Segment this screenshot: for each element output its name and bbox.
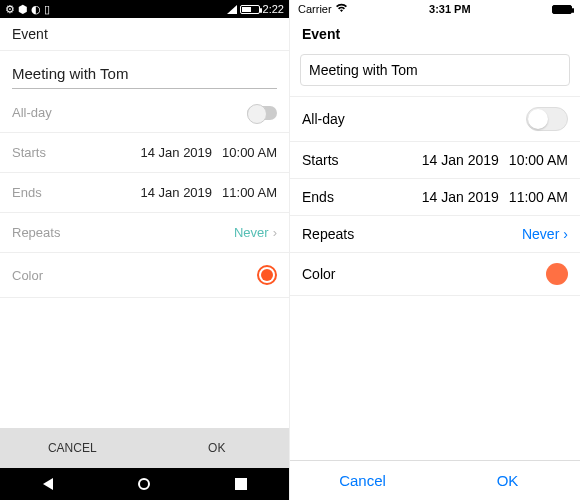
ios-status-bar: Carrier 3:31 PM [290, 0, 580, 18]
starts-time: 10:00 AM [509, 152, 568, 168]
cancel-button[interactable]: CANCEL [0, 428, 145, 468]
android-panel: ⚙ ⬢ ◐ ▯ 2:22 Event All-day Starts 14 Jan… [0, 0, 290, 500]
android-nav-bar [0, 468, 289, 500]
form-body: All-day Starts 14 Jan 2019 10:00 AM Ends… [0, 51, 289, 428]
ends-date: 14 Jan 2019 [422, 189, 499, 205]
starts-date: 14 Jan 2019 [140, 145, 212, 160]
footer-buttons: Cancel OK [290, 460, 580, 500]
ends-label: Ends [302, 189, 412, 205]
status-icons-left: ⚙ ⬢ ◐ ▯ [5, 3, 50, 16]
status-icons-right: 2:22 [227, 3, 284, 15]
repeats-value: Never [234, 225, 269, 240]
event-name-input[interactable] [12, 59, 277, 89]
status-right [552, 5, 572, 14]
event-name-field-wrap [290, 50, 580, 96]
wifi-icon [335, 3, 348, 15]
home-icon[interactable] [138, 478, 150, 490]
color-label: Color [12, 268, 257, 283]
chevron-right-icon: › [563, 226, 568, 242]
allday-row[interactable]: All-day [290, 96, 580, 142]
allday-row[interactable]: All-day [0, 93, 289, 133]
color-row[interactable]: Color [0, 253, 289, 298]
starts-row[interactable]: Starts 14 Jan 2019 10:00 AM [0, 133, 289, 173]
footer-buttons: CANCEL OK [0, 428, 289, 468]
android-status-bar: ⚙ ⬢ ◐ ▯ 2:22 [0, 0, 289, 18]
ok-button[interactable]: OK [435, 461, 580, 500]
ios-panel: Carrier 3:31 PM Event All-day Starts 14 … [290, 0, 580, 500]
signal-icon [227, 5, 237, 14]
status-time: 2:22 [263, 3, 284, 15]
back-icon[interactable] [43, 478, 53, 490]
cancel-button[interactable]: Cancel [290, 461, 435, 500]
event-name-input[interactable] [300, 54, 570, 86]
page-title: Event [290, 18, 580, 50]
color-row[interactable]: Color [290, 253, 580, 296]
form-body: All-day Starts 14 Jan 2019 10:00 AM Ends… [290, 50, 580, 460]
ends-time: 11:00 AM [222, 185, 277, 200]
carrier-label: Carrier [298, 3, 332, 15]
starts-label: Starts [302, 152, 412, 168]
allday-toggle[interactable] [247, 106, 277, 120]
chevron-right-icon: › [273, 225, 277, 240]
recents-icon[interactable] [235, 478, 247, 490]
color-label: Color [302, 266, 546, 282]
repeats-row[interactable]: Repeats Never › [290, 216, 580, 253]
starts-label: Starts [12, 145, 130, 160]
battery-icon [240, 5, 260, 14]
ends-row[interactable]: Ends 14 Jan 2019 11:00 AM [290, 179, 580, 216]
ends-time: 11:00 AM [509, 189, 568, 205]
starts-date: 14 Jan 2019 [422, 152, 499, 168]
repeats-label: Repeats [302, 226, 522, 242]
ends-label: Ends [12, 185, 130, 200]
color-swatch[interactable] [257, 265, 277, 285]
ends-row[interactable]: Ends 14 Jan 2019 11:00 AM [0, 173, 289, 213]
ends-date: 14 Jan 2019 [140, 185, 212, 200]
allday-label: All-day [302, 111, 526, 127]
page-title: Event [0, 18, 289, 51]
allday-label: All-day [12, 105, 247, 120]
card-icon: ▯ [44, 3, 50, 16]
battery-icon [552, 5, 572, 14]
gear-icon: ⚙ [5, 3, 15, 16]
starts-time: 10:00 AM [222, 145, 277, 160]
starts-row[interactable]: Starts 14 Jan 2019 10:00 AM [290, 142, 580, 179]
event-name-field-wrap [0, 51, 289, 93]
repeats-label: Repeats [12, 225, 234, 240]
repeats-row[interactable]: Repeats Never › [0, 213, 289, 253]
status-left: Carrier [298, 3, 348, 15]
repeats-value: Never [522, 226, 559, 242]
shield-icon: ⬢ [18, 3, 28, 16]
ok-button[interactable]: OK [145, 428, 290, 468]
circle-icon: ◐ [31, 3, 41, 16]
allday-toggle[interactable] [526, 107, 568, 131]
color-swatch[interactable] [546, 263, 568, 285]
status-time: 3:31 PM [348, 3, 552, 15]
